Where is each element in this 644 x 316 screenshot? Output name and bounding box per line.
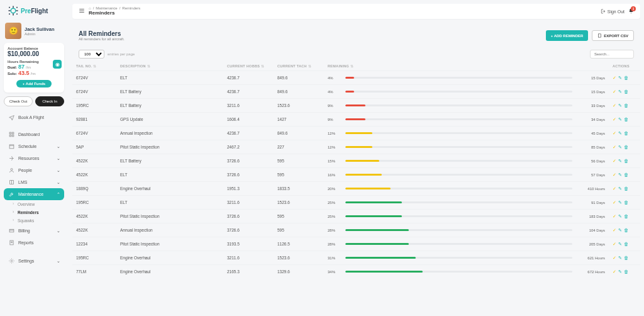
table-row: 195RCEngine Overhaul3211.61523.631%621 H… xyxy=(72,251,640,265)
logo[interactable]: PreFlight xyxy=(8,5,64,16)
remaining-value: 205 Days xyxy=(576,242,605,246)
cell-tail: 92881 xyxy=(72,113,116,127)
col-tach[interactable]: CURRENT TACH⇅ xyxy=(274,61,324,71)
user-name: Jack Sullivan xyxy=(25,26,55,32)
delete-icon[interactable]: 🗑 xyxy=(624,159,628,163)
delete-icon[interactable]: 🗑 xyxy=(624,172,628,177)
user-card[interactable]: 🙂 Jack Sullivan Admin xyxy=(4,21,64,43)
notifications-button[interactable]: 3 xyxy=(628,8,634,15)
cell-actions: ✓✎🗑 xyxy=(609,85,640,99)
edit-icon[interactable]: ✎ xyxy=(618,172,622,177)
edit-icon[interactable]: ✎ xyxy=(618,89,622,94)
col-hobbs[interactable]: CURRENT HOBBS⇅ xyxy=(223,61,274,71)
delete-icon[interactable]: 🗑 xyxy=(624,131,628,135)
delete-icon[interactable]: 🗑 xyxy=(624,269,628,274)
edit-icon[interactable]: ✎ xyxy=(618,214,622,218)
sidebar-item-reports[interactable]: Reports xyxy=(4,237,64,249)
svg-rect-13 xyxy=(9,145,14,149)
delete-icon[interactable]: 🗑 xyxy=(624,89,628,94)
sign-out-button[interactable]: Sign Out xyxy=(601,9,625,14)
delete-icon[interactable]: 🗑 xyxy=(624,145,628,149)
edit-icon[interactable]: ✎ xyxy=(618,228,622,232)
check-out-button[interactable]: Check Out xyxy=(4,96,33,106)
delete-icon[interactable]: 🗑 xyxy=(624,228,628,232)
hours-info-icon[interactable]: ◉ xyxy=(53,60,62,69)
complete-icon[interactable]: ✓ xyxy=(613,172,616,177)
add-funds-button[interactable]: + Add Funds xyxy=(16,80,52,87)
check-in-button[interactable]: Check In xyxy=(35,96,64,106)
complete-icon[interactable]: ✓ xyxy=(613,117,616,121)
delete-icon[interactable]: 🗑 xyxy=(624,214,628,218)
cell-actions: ✓✎🗑 xyxy=(609,71,640,85)
edit-icon[interactable]: ✎ xyxy=(618,200,622,205)
main: All Reminders All reminders for all airc… xyxy=(72,23,640,316)
sidebar-item-schedule[interactable]: Schedule ⌄ xyxy=(4,140,64,152)
complete-icon[interactable]: ✓ xyxy=(613,200,616,205)
delete-icon[interactable]: 🗑 xyxy=(624,117,628,121)
table-row: 12234Pitot Static Inspection3193.51126.5… xyxy=(72,237,640,251)
complete-icon[interactable]: ✓ xyxy=(613,145,616,149)
sidebar-sub-overview[interactable]: Overview xyxy=(4,200,64,208)
page-size-select[interactable]: 100 xyxy=(79,50,104,59)
sidebar-item-book[interactable]: Book A Flight xyxy=(4,111,64,123)
edit-icon[interactable]: ✎ xyxy=(618,117,622,121)
complete-icon[interactable]: ✓ xyxy=(613,228,616,232)
edit-icon[interactable]: ✎ xyxy=(618,256,622,260)
edit-icon[interactable]: ✎ xyxy=(618,103,622,108)
sidebar-item-maintenance[interactable]: Maintenance ⌃ xyxy=(4,188,64,200)
export-csv-button[interactable]: EXPORT CSV xyxy=(592,30,634,41)
complete-icon[interactable]: ✓ xyxy=(613,76,616,80)
complete-icon[interactable]: ✓ xyxy=(613,256,616,260)
complete-icon[interactable]: ✓ xyxy=(613,214,616,218)
complete-icon[interactable]: ✓ xyxy=(613,186,616,191)
sidebar-sub-squawks[interactable]: Squawks xyxy=(4,217,64,225)
table-row: 4522KELT3726.659516%57 Days✓✎🗑 xyxy=(72,168,640,182)
progress-bar xyxy=(345,257,572,259)
breadcrumb-seg[interactable]: Reminders xyxy=(122,6,140,11)
delete-icon[interactable]: 🗑 xyxy=(624,76,628,80)
complete-icon[interactable]: ✓ xyxy=(613,131,616,135)
cell-remaining: 12%45 Days xyxy=(324,127,609,140)
edit-icon[interactable]: ✎ xyxy=(618,269,622,274)
delete-icon[interactable]: 🗑 xyxy=(624,186,628,191)
sidebar-item-settings[interactable]: Settings ⌄ xyxy=(4,255,64,267)
cell-actions: ✓✎🗑 xyxy=(609,182,640,196)
complete-icon[interactable]: ✓ xyxy=(613,103,616,108)
complete-icon[interactable]: ✓ xyxy=(613,89,616,94)
sidebar-item-people[interactable]: People ⌄ xyxy=(4,164,64,176)
sidebar-item-billing[interactable]: Billing ⌄ xyxy=(4,225,64,237)
delete-icon[interactable]: 🗑 xyxy=(624,200,628,205)
edit-icon[interactable]: ✎ xyxy=(618,145,622,149)
col-tail[interactable]: TAIL NO.⇅ xyxy=(72,61,116,71)
cell-tail: 77LM xyxy=(72,265,116,279)
sidebar-item-resources[interactable]: Resources ⌄ xyxy=(4,152,64,164)
edit-icon[interactable]: ✎ xyxy=(618,76,622,80)
add-reminder-button[interactable]: + ADD REMINDER xyxy=(546,30,589,41)
sidebar-sub-reminders[interactable]: Reminders xyxy=(4,208,64,217)
complete-icon[interactable]: ✓ xyxy=(613,242,616,246)
remaining-percent: 16% xyxy=(328,173,341,177)
delete-icon[interactable]: 🗑 xyxy=(624,256,628,260)
cell-description: Engine Overhaul xyxy=(116,182,223,196)
plane-icon xyxy=(9,155,14,161)
chevron-down-icon: ⌄ xyxy=(57,259,60,264)
edit-icon[interactable]: ✎ xyxy=(618,242,622,246)
complete-icon[interactable]: ✓ xyxy=(613,159,616,163)
cell-remaining: 20%410 Hours xyxy=(324,182,609,196)
complete-icon[interactable]: ✓ xyxy=(613,269,616,274)
table-row: 4522KAnnual Inspection3726.659528%104 Da… xyxy=(72,223,640,237)
edit-icon[interactable]: ✎ xyxy=(618,159,622,163)
search-input[interactable] xyxy=(590,50,634,59)
balance-amount: $10,000.00 xyxy=(8,50,60,57)
sidebar-item-lms[interactable]: LMS ⌄ xyxy=(4,176,64,188)
col-remaining[interactable]: REMAINING⇅ xyxy=(324,61,609,71)
edit-icon[interactable]: ✎ xyxy=(618,186,622,191)
col-description[interactable]: DESCRIPTION⇅ xyxy=(116,61,223,71)
sidebar-item-dashboard[interactable]: Dashboard xyxy=(4,128,64,140)
edit-icon[interactable]: ✎ xyxy=(618,131,622,135)
delete-icon[interactable]: 🗑 xyxy=(624,242,628,246)
delete-icon[interactable]: 🗑 xyxy=(624,103,628,108)
progress-bar xyxy=(345,215,572,217)
menu-toggle-icon[interactable] xyxy=(79,8,85,15)
cell-actions: ✓✎🗑 xyxy=(609,99,640,113)
